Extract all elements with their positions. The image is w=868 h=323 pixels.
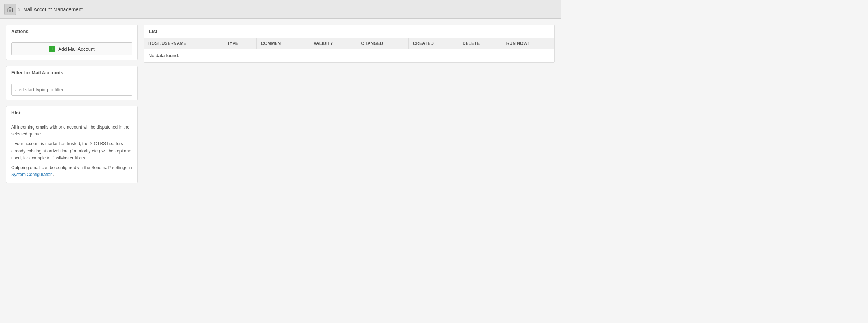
home-button[interactable] — [4, 4, 16, 15]
list-section: List HOST/USERNAME TYPE COMMENT VALIDITY… — [144, 25, 555, 63]
breadcrumb-bar: › Mail Account Management — [0, 0, 561, 19]
hint-section-body: All incoming emails with one account wil… — [6, 119, 137, 183]
add-mail-account-label: Add Mail Account — [58, 46, 94, 52]
actions-section-body: + Add Mail Account — [6, 38, 137, 60]
svg-rect-0 — [9, 10, 11, 12]
col-validity: VALIDITY — [309, 38, 357, 49]
col-run-now: RUN NOW! — [502, 38, 554, 49]
col-delete: DELETE — [458, 38, 502, 49]
table-body: No data found. — [144, 49, 554, 62]
hint-section: Hint All incoming emails with one accoun… — [6, 106, 138, 183]
main-layout: Actions + Add Mail Account Filter for Ma… — [0, 19, 561, 194]
home-icon — [7, 6, 13, 13]
hint-paragraph-2: If your account is marked as trusted, th… — [11, 140, 132, 162]
system-configuration-link[interactable]: System Configuration — [11, 172, 53, 177]
col-host-username: HOST/USERNAME — [144, 38, 222, 49]
col-changed: CHANGED — [357, 38, 408, 49]
actions-section: Actions + Add Mail Account — [6, 25, 138, 60]
table-header: HOST/USERNAME TYPE COMMENT VALIDITY CHAN… — [144, 38, 554, 49]
filter-section: Filter for Mail Accounts — [6, 66, 138, 100]
breadcrumb-chevron-icon: › — [18, 5, 20, 13]
hint-paragraph-3: Outgoing email can be configured via the… — [11, 164, 132, 178]
mail-accounts-table: HOST/USERNAME TYPE COMMENT VALIDITY CHAN… — [144, 38, 554, 62]
no-data-row: No data found. — [144, 49, 554, 62]
hint-section-header: Hint — [6, 106, 137, 119]
actions-section-header: Actions — [6, 25, 137, 38]
left-panel: Actions + Add Mail Account Filter for Ma… — [6, 25, 138, 189]
add-mail-account-button[interactable]: + Add Mail Account — [11, 42, 132, 55]
no-data-cell: No data found. — [144, 49, 554, 62]
right-panel: List HOST/USERNAME TYPE COMMENT VALIDITY… — [144, 25, 555, 189]
hint-text: All incoming emails with one account wil… — [11, 124, 132, 178]
filter-section-body — [6, 79, 137, 100]
hint-paragraph-1: All incoming emails with one account wil… — [11, 124, 132, 138]
list-section-header: List — [144, 25, 554, 38]
col-comment: COMMENT — [256, 38, 309, 49]
table-header-row: HOST/USERNAME TYPE COMMENT VALIDITY CHAN… — [144, 38, 554, 49]
page-title: Mail Account Management — [23, 7, 83, 12]
filter-section-header: Filter for Mail Accounts — [6, 66, 137, 79]
plus-icon: + — [49, 46, 55, 52]
filter-input[interactable] — [11, 84, 132, 96]
col-type: TYPE — [222, 38, 256, 49]
col-created: CREATED — [408, 38, 458, 49]
